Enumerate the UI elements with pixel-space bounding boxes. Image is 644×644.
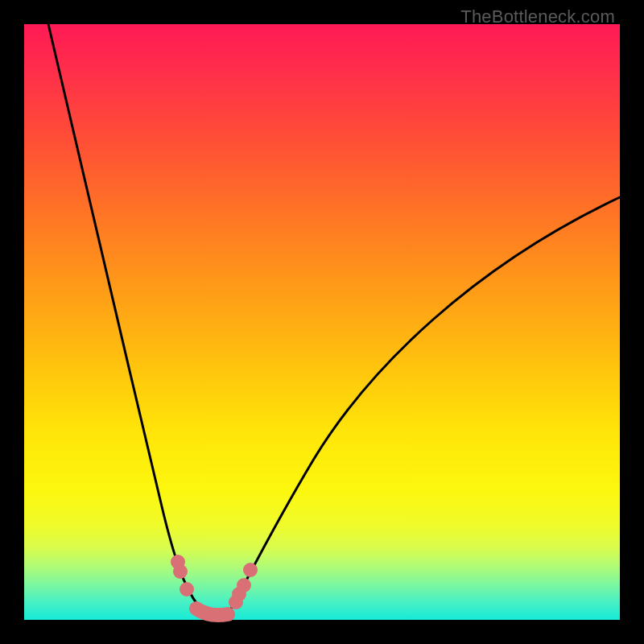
valley-markers: [171, 555, 258, 615]
plot-area: [24, 24, 620, 620]
svg-point-5: [237, 578, 251, 592]
curve-right-branch: [227, 197, 620, 616]
svg-point-2: [180, 582, 194, 597]
svg-point-6: [243, 563, 258, 577]
svg-point-1: [173, 564, 188, 579]
curve-left-branch: [48, 24, 208, 616]
bottleneck-curve: [24, 24, 620, 620]
watermark-text: TheBottleneck.com: [460, 6, 615, 27]
